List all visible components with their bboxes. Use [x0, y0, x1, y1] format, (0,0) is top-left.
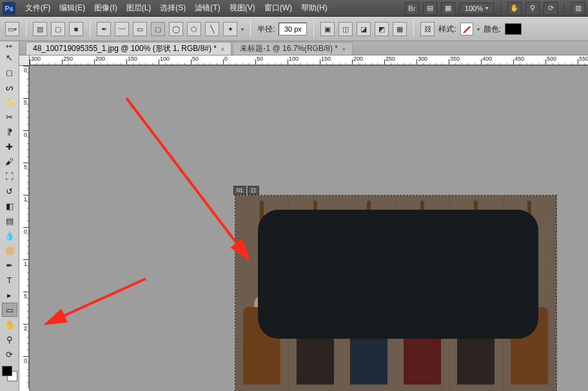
- marquee-tool-icon[interactable]: ◻: [2, 65, 17, 79]
- panels-icon[interactable]: ▥: [571, 2, 585, 15]
- ruler-tick: 1: [19, 259, 29, 292]
- ruler-vertical[interactable]: 0 5 0 5 1 0 1 5 2 0: [19, 66, 30, 391]
- path-selection-tool-icon[interactable]: ▸: [2, 288, 17, 302]
- move-tool-icon[interactable]: ↖: [2, 50, 17, 65]
- fill-color-swatch[interactable]: [505, 23, 522, 35]
- ruler-corner: [19, 55, 30, 66]
- close-icon[interactable]: ×: [220, 45, 224, 53]
- polygon-icon[interactable]: ⬠: [187, 22, 201, 36]
- eraser-tool-icon[interactable]: ◧: [2, 199, 17, 213]
- rotate-icon[interactable]: ⟳: [544, 2, 558, 15]
- rounded-rectangle-tool-icon[interactable]: ▭: [2, 303, 17, 317]
- zoom-icon[interactable]: ⚲: [525, 2, 540, 15]
- menu-layer[interactable]: 图层(L): [122, 0, 156, 16]
- app-logo: Ps: [3, 2, 15, 15]
- shape-preset-icon[interactable]: ▭▾: [5, 22, 19, 36]
- main-area: ▸▸ ↖ ◻ ᔕ ✨ ✂ ⁋ ✚ 🖌 ⛶ ↺ ◧ ▤ 💧 🔆 ✒ T ▸ ▭ ✋…: [0, 41, 588, 391]
- separator: [313, 21, 314, 37]
- tools-drag-handle[interactable]: ▸▸: [2, 43, 17, 49]
- mode-paths-icon[interactable]: ▢: [51, 22, 65, 36]
- link-icon[interactable]: ⛓: [420, 22, 435, 36]
- ruler-tick: 250: [62, 55, 94, 65]
- separator: [500, 3, 501, 14]
- shape-layer-rounded-rect[interactable]: [258, 210, 538, 339]
- grid-icon[interactable]: ▦: [441, 2, 455, 15]
- radius-input[interactable]: [279, 23, 307, 35]
- menu-image[interactable]: 图像(I): [90, 0, 121, 16]
- ruler-horizontal[interactable]: 300 250 200 150 100 50 0 50 100 150 200 …: [30, 55, 588, 66]
- type-tool-icon[interactable]: T: [2, 273, 17, 287]
- healing-brush-tool-icon[interactable]: ✚: [2, 139, 17, 154]
- rounded-rectangle-icon[interactable]: ▢: [151, 22, 165, 36]
- menu-edit[interactable]: 编辑(E): [55, 0, 90, 16]
- ruler-tick: 400: [481, 55, 513, 65]
- dodge-tool-icon[interactable]: 🔆: [2, 243, 17, 257]
- separator: [250, 21, 251, 37]
- ruler-tick: 0: [19, 66, 29, 98]
- history-brush-tool-icon[interactable]: ↺: [2, 184, 17, 198]
- ruler-tick: 50: [255, 55, 288, 65]
- foreground-color-swatch[interactable]: [2, 366, 12, 376]
- menu-filter[interactable]: 滤镜(T): [190, 0, 224, 16]
- menu-select[interactable]: 选择(S): [155, 0, 190, 16]
- combine-add-icon[interactable]: ◫: [338, 22, 353, 36]
- ruler-tick: 200: [94, 55, 126, 65]
- custom-shape-icon[interactable]: ✦: [223, 22, 237, 36]
- canvas-wrap: 300 250 200 150 100 50 0 50 100 150 200 …: [19, 55, 588, 391]
- badge-number: 01: [233, 186, 246, 195]
- shape-options-arrow-icon[interactable]: ▾: [241, 26, 244, 32]
- brush-tool-icon[interactable]: 🖌: [2, 154, 17, 168]
- ruler-tick: 250: [384, 55, 416, 65]
- document-area: 48_100719095355_1.jpg @ 100% (形状 1, RGB/…: [19, 41, 588, 391]
- rectangle-icon[interactable]: ▭: [133, 22, 147, 36]
- ruler-tick: 350: [449, 55, 481, 65]
- combine-subtract-icon[interactable]: ◪: [357, 22, 371, 36]
- menu-file[interactable]: 文件(F): [21, 0, 55, 16]
- pen-tool-icon[interactable]: ✒: [2, 258, 17, 272]
- clone-stamp-tool-icon[interactable]: ⛶: [2, 169, 17, 183]
- combine-intersect-icon[interactable]: ◩: [375, 22, 389, 36]
- mode-fill-pixels-icon[interactable]: ■: [69, 22, 83, 36]
- ruler-tick: 5: [19, 292, 29, 324]
- ruler-tick: 200: [352, 55, 384, 65]
- hand-icon[interactable]: ✋: [507, 2, 522, 15]
- badge-icon: ⊡: [248, 186, 259, 195]
- crop-tool-icon[interactable]: ✂: [2, 110, 17, 124]
- menu-window[interactable]: 窗口(W): [260, 0, 297, 16]
- ruler-tick: 300: [30, 55, 62, 65]
- close-icon[interactable]: ×: [342, 45, 346, 53]
- ruler-tick: 5: [19, 98, 29, 130]
- blur-tool-icon[interactable]: 💧: [2, 228, 17, 243]
- zoom-level[interactable]: 100%: [459, 3, 494, 14]
- combine-new-icon[interactable]: ▣: [320, 22, 335, 36]
- radius-label: 半径:: [257, 24, 275, 35]
- ellipse-icon[interactable]: ◯: [169, 22, 183, 36]
- combine-exclude-icon[interactable]: ▦: [393, 22, 407, 36]
- zoom-tool-icon[interactable]: ⚲: [2, 332, 17, 346]
- menu-help[interactable]: 帮助(H): [297, 0, 332, 16]
- style-arrow-icon[interactable]: ▾: [477, 26, 480, 32]
- pen-icon[interactable]: ✒: [97, 22, 111, 36]
- ruler-tick: 0: [223, 55, 255, 65]
- separator: [413, 21, 414, 37]
- color-picker[interactable]: [2, 366, 17, 381]
- no-style-icon[interactable]: [460, 23, 473, 35]
- mode-shape-layers-icon[interactable]: ▧: [33, 22, 47, 36]
- bridge-icon[interactable]: Br: [405, 2, 419, 15]
- magic-wand-tool-icon[interactable]: ✨: [2, 95, 17, 109]
- hand-tool-icon[interactable]: ✋: [2, 317, 17, 332]
- document-tab-active[interactable]: 48_100719095355_1.jpg @ 100% (形状 1, RGB/…: [26, 42, 231, 55]
- gradient-tool-icon[interactable]: ▤: [2, 214, 17, 228]
- line-icon[interactable]: ╲: [205, 22, 219, 36]
- artboard[interactable]: [235, 195, 557, 391]
- freeform-pen-icon[interactable]: 〰: [115, 22, 129, 36]
- eyedropper-tool-icon[interactable]: ⁋: [2, 125, 17, 139]
- ruler-tick: 450: [513, 55, 545, 65]
- document-tabs: 48_100719095355_1.jpg @ 100% (形状 1, RGB/…: [19, 41, 588, 55]
- document-tab[interactable]: 未标题-1 @ 16.7%(RGB/8) * ×: [233, 42, 353, 55]
- rotate-view-tool-icon[interactable]: ⟳: [2, 347, 17, 361]
- filmstrip-icon[interactable]: ▤: [423, 2, 437, 15]
- lasso-tool-icon[interactable]: ᔕ: [2, 80, 17, 94]
- menu-view[interactable]: 视图(V): [225, 0, 260, 16]
- canvas-scroll[interactable]: 01 ⊡: [30, 66, 588, 391]
